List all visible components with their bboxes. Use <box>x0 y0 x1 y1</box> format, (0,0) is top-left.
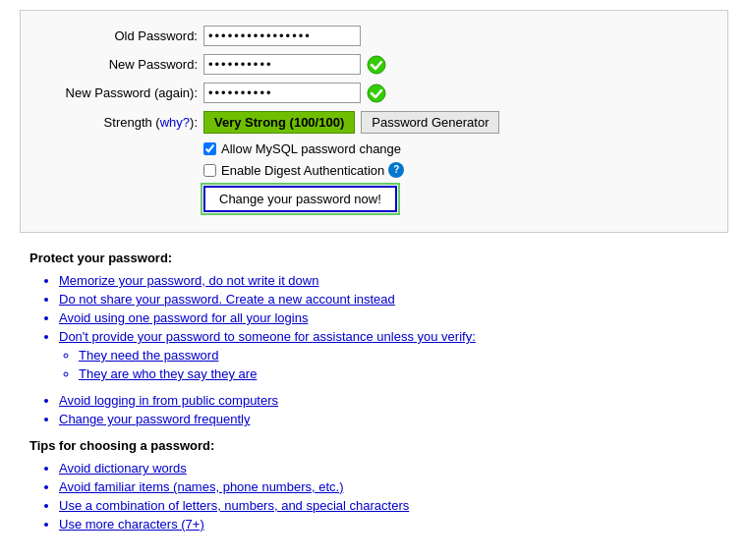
change-button-row: Change your password now! <box>203 186 708 212</box>
old-password-label: Old Password: <box>40 28 198 43</box>
list-item: They need the password <box>79 348 719 363</box>
new-password-check-icon <box>367 55 386 75</box>
svg-point-0 <box>368 56 385 74</box>
protect-tip-3[interactable]: Avoid using one password for all your lo… <box>59 310 308 325</box>
info-section: Protect your password: Memorize your pas… <box>20 251 728 532</box>
new-password-again-check-icon <box>367 84 386 103</box>
protect-tip-2[interactable]: Do not share your password. Create a new… <box>59 292 395 307</box>
tips-list: Avoid dictionary words Avoid familiar it… <box>59 461 719 532</box>
tips-title: Tips for choosing a password: <box>29 438 719 453</box>
protect-tip-6[interactable]: Change your password frequently <box>59 412 250 426</box>
tips-tip-4[interactable]: Use more characters (7+) <box>59 517 204 532</box>
enable-digest-label: Enable Digest Authentication <box>221 163 384 178</box>
list-item: Change your password frequently <box>59 412 719 426</box>
password-generator-button[interactable]: Password Generator <box>361 111 499 134</box>
list-item: Memorize your password, do not write it … <box>59 273 719 288</box>
list-item: Avoid familiar items (names, phone numbe… <box>59 479 719 494</box>
list-item: Avoid dictionary words <box>59 461 719 476</box>
enable-digest-row: Enable Digest Authentication ? <box>203 162 708 178</box>
digest-help-icon[interactable]: ? <box>388 162 404 178</box>
new-password-label: New Password: <box>40 57 198 72</box>
new-password-again-input[interactable] <box>203 83 361 103</box>
list-item: Avoid using one password for all your lo… <box>59 310 719 325</box>
protect-tip-4[interactable]: Don't provide your password to someone f… <box>59 329 476 344</box>
change-password-button[interactable]: Change your password now! <box>203 186 397 212</box>
protect-sublist: They need the password They are who they… <box>79 348 719 381</box>
protect-title: Protect your password: <box>29 251 719 265</box>
list-item: Do not share your password. Create a new… <box>59 292 719 307</box>
allow-mysql-row: Allow MySQL password change <box>203 141 708 156</box>
password-form-section: Old Password: New Password: New Password… <box>20 10 728 233</box>
protect-tip-1[interactable]: Memorize your password, do not write it … <box>59 273 318 288</box>
strength-row: Strength (why?): Very Strong (100/100) P… <box>40 111 708 134</box>
old-password-input[interactable] <box>203 26 361 46</box>
why-link[interactable]: why? <box>160 115 190 130</box>
new-password-input[interactable] <box>203 54 361 75</box>
strength-button[interactable]: Very Strong (100/100) <box>203 111 355 134</box>
enable-digest-checkbox[interactable] <box>203 164 216 177</box>
new-password-again-row: New Password (again): <box>40 83 708 103</box>
protect-tip-5[interactable]: Avoid logging in from public computers <box>59 393 278 408</box>
new-password-again-label: New Password (again): <box>40 85 198 100</box>
list-item: Avoid logging in from public computers <box>59 393 719 408</box>
protect-subtip-1[interactable]: They need the password <box>79 348 218 363</box>
list-item: Don't provide your password to someone f… <box>59 329 719 381</box>
allow-mysql-checkbox[interactable] <box>203 142 216 155</box>
strength-label: Strength (why?): <box>40 115 198 130</box>
change-password-label: Change your password now! <box>219 192 381 206</box>
protect-subtip-2[interactable]: They are who they say they are <box>79 366 257 381</box>
new-password-row: New Password: <box>40 54 708 75</box>
list-item: They are who they say they are <box>79 366 719 381</box>
allow-mysql-label: Allow MySQL password change <box>221 141 401 156</box>
svg-point-1 <box>368 84 385 102</box>
list-item: Use a combination of letters, numbers, a… <box>59 498 719 513</box>
old-password-row: Old Password: <box>40 26 708 46</box>
tips-tip-1[interactable]: Avoid dictionary words <box>59 461 187 476</box>
list-item: Use more characters (7+) <box>59 517 719 532</box>
protect-list: Memorize your password, do not write it … <box>59 273 719 426</box>
tips-tip-2[interactable]: Avoid familiar items (names, phone numbe… <box>59 479 344 494</box>
tips-tip-3[interactable]: Use a combination of letters, numbers, a… <box>59 498 409 513</box>
